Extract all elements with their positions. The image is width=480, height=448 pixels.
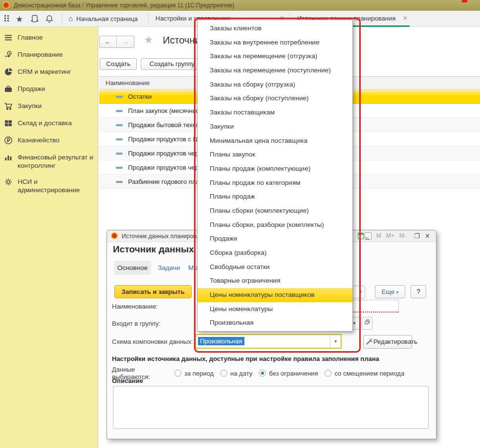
spreadsheet-icon[interactable] [358, 233, 364, 239]
item-dash-icon [116, 110, 123, 112]
sidebar-item-admin[interactable]: НСИ и администрирование [0, 176, 95, 201]
dropdown-item[interactable]: Заказы на сборку (поступление) [197, 91, 352, 106]
dropdown-item[interactable]: Товарные ограничения [197, 274, 352, 288]
edit-schema-button[interactable]: Редактировать [363, 335, 412, 349]
maximize-icon[interactable]: ❐ [414, 232, 420, 240]
sidebar-item-planning[interactable]: Планирование [0, 49, 95, 66]
pie-chart-icon [4, 67, 13, 76]
radio-option-date[interactable]: на дату [220, 370, 252, 377]
dialog-tab-main[interactable]: Основное [114, 261, 151, 275]
sidebar-item-crm[interactable]: CRM и маркетинг [0, 66, 95, 83]
dropdown-item[interactable]: Цены номенклатуры [197, 302, 352, 316]
sidebar-item-purchases[interactable]: Закупки [0, 100, 95, 117]
dropdown-item[interactable]: Закупки [197, 120, 352, 134]
dropdown-item[interactable]: Заказы поставщикам [197, 106, 352, 120]
planning-icon [4, 50, 13, 59]
close-icon[interactable]: ✕ [425, 232, 430, 240]
dropdown-item[interactable]: Планы продаж по категориям [197, 176, 352, 190]
favorite-star-icon[interactable]: ★ [144, 34, 153, 46]
item-dash-icon [116, 96, 123, 98]
red-annotation-mark [462, 0, 467, 2]
favorites-star-icon[interactable]: ★ [16, 14, 24, 23]
dropdown-item[interactable]: Заказы клиентов [197, 22, 352, 36]
sidebar-item-sales[interactable]: Продажи [0, 83, 95, 100]
calendar-icon[interactable]: 31 [365, 232, 371, 240]
forward-button[interactable]: → [117, 36, 134, 47]
dropdown-item[interactable]: Заказы на сборку (отгрузка) [197, 78, 352, 92]
radio-icon [175, 370, 181, 377]
calc-m-plus-button[interactable]: M+ [386, 232, 394, 239]
back-button[interactable]: ← [100, 36, 117, 47]
sidebar-item-main[interactable]: Главное [0, 32, 95, 49]
tab-home[interactable]: ⌂Начальная страница [68, 11, 138, 26]
menu-icon [4, 33, 13, 42]
save-close-button[interactable]: Записать и закрыть [114, 285, 192, 298]
settings-section-header: Настройки источника данных, доступные пр… [112, 355, 379, 362]
warehouse-icon [4, 119, 13, 128]
bar-chart-icon [4, 153, 13, 162]
dropdown-item[interactable]: Планы закупок [197, 148, 352, 162]
sections-menu-icon[interactable] [3, 14, 12, 23]
dropdown-item[interactable]: Заказы на перемещение (поступление) [197, 64, 352, 78]
sidebar-item-finance[interactable]: Финансовый результат и контроллинг [0, 152, 95, 176]
dropdown-item[interactable]: Планы сборки, разборки (комплекты) [197, 218, 352, 232]
sidebar-item-treasury[interactable]: Казначейство [0, 134, 95, 152]
schema-field-label: Схема компоновки данных: [112, 338, 193, 345]
tab-planning-sources-close-icon[interactable]: ✕ [402, 15, 409, 22]
cart-icon [4, 102, 13, 111]
split-button-arrow-icon[interactable]: ▾ [351, 286, 365, 298]
dropdown-item[interactable]: Сборка (разборка) [197, 246, 352, 260]
toolbar-separator [62, 13, 62, 25]
dropdown-item[interactable]: Произвольная [197, 316, 352, 330]
calc-m-minus-button[interactable]: M- [399, 232, 406, 239]
gear-icon [4, 178, 13, 186]
sidebar-item-warehouse[interactable]: Склад и доставка [0, 117, 95, 134]
sidebar-divider [98, 27, 98, 448]
more-button[interactable]: Еще ▾ [375, 285, 405, 298]
item-dash-icon [116, 181, 123, 183]
history-icon[interactable] [30, 14, 39, 23]
dropdown-item[interactable]: Минимальная цена поставщика [197, 134, 352, 148]
dropdown-item[interactable]: Планы продаж (комплектующие) [197, 162, 352, 176]
nav-buttons: ← → [99, 36, 134, 48]
schema-dropdown-list: Заказы клиентов Заказы на внутреннее пот… [197, 20, 353, 332]
description-textarea[interactable] [113, 386, 429, 429]
dropdown-item-selected[interactable]: Цены номенклатуры поставщиков [197, 288, 352, 302]
notifications-bell-icon[interactable] [45, 14, 54, 23]
dropdown-item[interactable]: Свободные остатки [197, 260, 352, 274]
item-dash-icon [116, 124, 123, 126]
radio-option-period[interactable]: за период [175, 370, 214, 377]
help-button[interactable]: ? [411, 285, 426, 298]
radio-selected-icon [259, 370, 266, 377]
item-dash-icon [116, 167, 123, 169]
ruble-icon [4, 136, 13, 145]
schema-combo[interactable]: Произвольная ▾ [195, 334, 342, 349]
calc-m-button[interactable]: M [376, 232, 381, 239]
name-field-label: Наименование: [112, 303, 158, 310]
data-select-row: Данные выбираются: за период на дату без… [112, 366, 435, 381]
dropdown-item[interactable]: Продажи [197, 232, 352, 246]
dialog-tab-tasks[interactable]: Задачи [158, 264, 180, 271]
radio-option-no-limit[interactable]: без ограничения [259, 370, 318, 377]
radio-icon [325, 370, 331, 377]
radio-option-period-shift[interactable]: со смещением периода [325, 370, 404, 377]
tab-separator [148, 13, 149, 25]
item-dash-icon [116, 138, 123, 140]
1c-logo-icon [2, 1, 10, 9]
1c-logo-icon [111, 232, 118, 239]
home-icon: ⌂ [68, 14, 73, 22]
group-open-icon[interactable] [362, 317, 372, 330]
window-title: Демонстрационная база / Управление торго… [14, 0, 234, 11]
window-titlebar: Демонстрационная база / Управление торго… [0, 0, 480, 11]
dropdown-item[interactable]: Планы сборки (комплектующие) [197, 204, 352, 218]
create-button[interactable]: Создать [100, 58, 137, 70]
dropdown-item[interactable]: Заказы на перемещение (отгрузка) [197, 49, 352, 64]
schema-combo-arrow-icon[interactable]: ▾ [330, 335, 341, 348]
briefcase-icon [4, 85, 13, 93]
create-group-button[interactable]: Создать группу [141, 58, 203, 70]
dropdown-item[interactable]: Планы продаж [197, 190, 352, 204]
radio-icon [220, 370, 227, 377]
sidebar: Главное Планирование CRM и маркетинг Про… [0, 27, 98, 448]
dropdown-item[interactable]: Заказы на внутреннее потребление [197, 36, 352, 50]
chevron-down-icon: ▾ [396, 290, 399, 295]
